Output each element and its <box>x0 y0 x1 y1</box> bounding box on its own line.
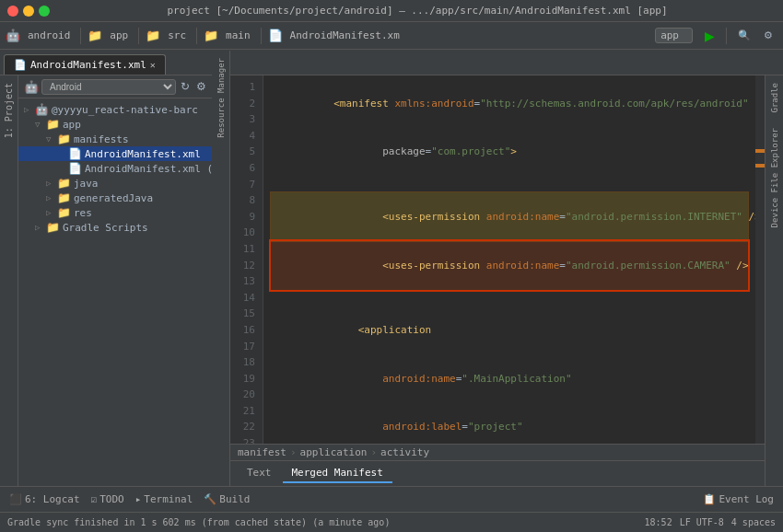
sidebar-android-icon: 🤖 <box>24 80 39 94</box>
code-line-4: <uses-permission android:name="android.p… <box>271 192 748 241</box>
editor-area: 12345 678910 1112131415 1617181920 21222… <box>230 75 765 486</box>
gradle-label[interactable]: Gradle <box>768 75 781 121</box>
build-icon: 🔨 <box>204 493 216 505</box>
close-button[interactable] <box>7 6 18 17</box>
editor-tab-bar: 📄 AndroidManifest.xml ✕ <box>0 50 783 75</box>
editor-content: 12345 678910 1112131415 1617181920 21222… <box>230 75 765 444</box>
settings-sidebar-button[interactable]: ⚙ <box>194 78 208 95</box>
traffic-lights <box>7 6 50 17</box>
main-toolbar: 🤖 android 📁 app 📁 src 📁 main 📄 AndroidMa… <box>0 22 783 50</box>
right-panel: Gradle Device File Explorer <box>765 75 783 486</box>
minimize-button[interactable] <box>23 6 34 17</box>
tree-label: res <box>74 207 92 219</box>
search-button[interactable]: 🔍 <box>733 28 755 43</box>
tree-item-app[interactable]: ▽ 📁 app <box>18 117 229 132</box>
code-line-3 <box>271 177 748 193</box>
src-label: src <box>164 28 190 43</box>
main-icon: 📁 <box>204 29 218 42</box>
sep1 <box>80 28 81 44</box>
xml-file-icon: 📄 <box>68 147 82 160</box>
tree-label: app <box>63 119 81 131</box>
sidebar-toolbar: 🤖 Android ↻ ⚙ ✕ <box>18 75 229 98</box>
xml-file-icon: 📄 <box>68 162 82 175</box>
logcat-item[interactable]: ⬛ 6: Logcat <box>6 493 84 505</box>
status-spaces: 4 spaces <box>731 517 776 527</box>
android-icon: 🤖 <box>6 29 20 42</box>
todo-item[interactable]: ☑ TODO <box>88 493 128 505</box>
sep3 <box>196 28 197 44</box>
tab-icon: 📄 <box>14 59 27 71</box>
breadcrumb-application[interactable]: application <box>300 446 368 458</box>
code-line-6 <box>271 290 748 306</box>
code-line-7: <application <box>271 306 748 354</box>
maximize-button[interactable] <box>39 6 50 17</box>
todo-label: TODO <box>99 493 124 505</box>
breadcrumb-manifest[interactable]: manifest <box>238 446 286 458</box>
tree-item-manifest-main[interactable]: 📄 AndroidManifest.xml <box>18 146 229 161</box>
tree-item-manifest-debug[interactable]: 📄 AndroidManifest.xml (d <box>18 161 229 176</box>
tab-merged-manifest[interactable]: Merged Manifest <box>283 464 392 483</box>
logcat-icon: ⬛ <box>9 493 22 505</box>
build-label: Build <box>219 493 250 505</box>
code-line-5: <uses-permission android:name="android.p… <box>271 241 748 290</box>
code-line-1: <manifest xmlns:android="http://schemas.… <box>271 79 748 128</box>
src-icon: 📁 <box>146 29 160 42</box>
tree-item-root[interactable]: ▷ 🤖 @yyyyu_react-native-barc <box>18 102 229 117</box>
project-panel-label[interactable]: 1: Project <box>2 75 16 145</box>
title-bar: project [~/Documents/project/android] – … <box>0 0 783 22</box>
event-log-item[interactable]: 📋 Event Log <box>699 493 777 505</box>
breadcrumb-sep-1: › <box>290 446 297 458</box>
arrow-icon: ▷ <box>46 193 57 202</box>
terminal-item[interactable]: ▸ Terminal <box>132 493 197 505</box>
sidebar-view-dropdown[interactable]: Android <box>41 79 176 95</box>
tab-close-icon[interactable]: ✕ <box>150 60 156 70</box>
left-panel: 1: Project <box>0 75 18 486</box>
folder-icon: 📁 <box>57 133 71 145</box>
code-line-8: android:name=".MainApplication" <box>271 354 748 403</box>
tree-item-gradle-scripts[interactable]: ▷ 📁 Gradle Scripts <box>18 220 229 235</box>
sync-button[interactable]: ↻ <box>179 78 192 95</box>
status-message: Gradle sync finished in 1 s 602 ms (from… <box>7 517 637 527</box>
tab-label: AndroidManifest.xml <box>30 59 146 71</box>
status-time: 18:52 <box>645 517 672 527</box>
folder-icon: 📁 <box>46 118 60 131</box>
todo-icon: ☑ <box>91 493 98 505</box>
gradle-icon: 📁 <box>46 221 60 234</box>
target-dropdown[interactable]: app <box>655 28 693 43</box>
event-log-icon: 📋 <box>703 493 716 505</box>
sep5 <box>726 28 727 44</box>
project-tree: ▷ 🤖 @yyyyu_react-native-barc ▽ 📁 app ▽ 📁… <box>18 98 229 486</box>
status-right: 18:52 LF UTF-8 4 spaces <box>645 517 776 527</box>
tree-item-java[interactable]: ▷ 📁 java <box>18 176 229 191</box>
code-line-2: package="com.project"> <box>271 128 748 177</box>
logcat-label: 6: Logcat <box>25 493 80 505</box>
breadcrumb-activity[interactable]: activity <box>380 446 429 458</box>
content-area: 1: Project 🤖 Android ↻ ⚙ ✕ ▷ 🤖 @yyyyu_re… <box>0 75 783 486</box>
tree-label: @yyyyu_react-native-barc <box>52 104 198 116</box>
scroll-mark-2 <box>755 164 765 168</box>
folder-icon: 📁 <box>57 177 71 190</box>
tree-item-manifests[interactable]: ▽ 📁 manifests <box>18 132 229 146</box>
code-line-9: android:label="project" <box>271 403 748 444</box>
arrow-icon: ▷ <box>24 105 35 114</box>
device-file-label[interactable]: Device File Explorer <box>768 121 781 235</box>
android-project-icon: 🤖 <box>35 103 49 116</box>
android-label: android <box>24 28 74 43</box>
build-item[interactable]: 🔨 Build <box>200 493 253 505</box>
tree-item-generated-java[interactable]: ▷ 📁 generatedJava <box>18 191 229 205</box>
event-log-label: Event Log <box>719 493 774 505</box>
tab-text[interactable]: Text <box>238 464 281 483</box>
resource-manager-label[interactable]: Resource Manager <box>215 75 228 145</box>
settings-button[interactable]: ⚙ <box>759 28 777 43</box>
line-numbers: 12345 678910 1112131415 1617181920 21222… <box>230 75 263 444</box>
tree-item-res[interactable]: ▷ 📁 res <box>18 205 229 220</box>
tree-label: java <box>74 178 99 190</box>
code-editor[interactable]: <manifest xmlns:android="http://schemas.… <box>263 75 755 444</box>
run-button[interactable]: ▶ <box>700 27 719 45</box>
tab-androidmanifest[interactable]: 📄 AndroidManifest.xml ✕ <box>4 54 166 75</box>
folder-icon: 📁 <box>57 206 71 219</box>
folder-icon: 📁 <box>57 191 71 204</box>
arrow-icon: ▷ <box>46 179 57 188</box>
editor-bottom-tabs: Text Merged Manifest <box>230 460 765 486</box>
manifest-label: AndroidManifest.xm <box>286 28 403 43</box>
